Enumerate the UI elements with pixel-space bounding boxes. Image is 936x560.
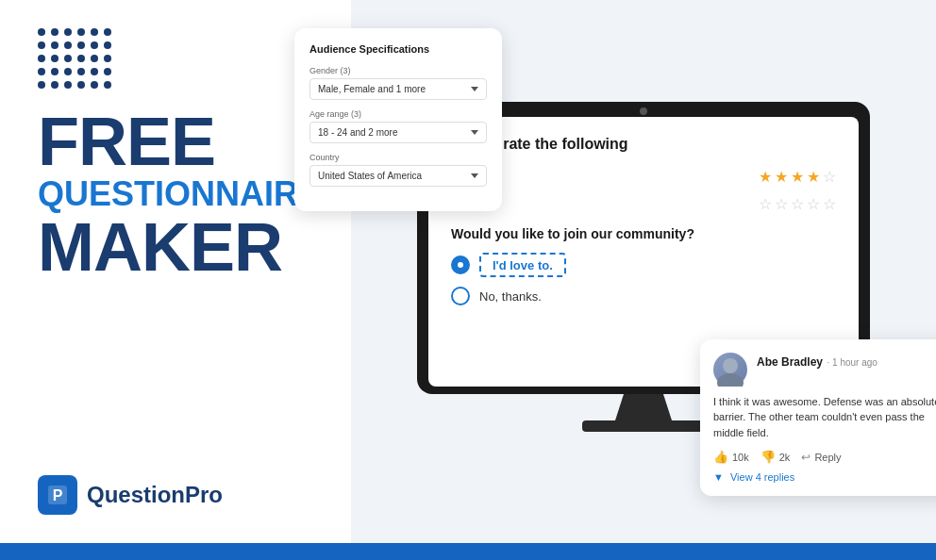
hero-text: FREE QUESTIONNAIRE MAKER: [38, 107, 321, 281]
logo-icon: P: [38, 475, 77, 515]
comment-meta: Abe Bradley · 1 hour ago: [757, 353, 936, 370]
monitor-camera: [640, 107, 647, 115]
comment-actions: 👍 10k 👎 2k ↩ Reply: [713, 450, 936, 464]
dislike-action[interactable]: 👎 2k: [760, 450, 791, 464]
view-replies-button[interactable]: ▼ View 4 replies: [713, 471, 936, 483]
option2-row: No, thanks.: [451, 287, 836, 305]
svg-point-3: [717, 373, 744, 387]
option1-row: I'd love to.: [451, 253, 836, 277]
reply-label: Reply: [814, 452, 841, 463]
gender-select[interactable]: Male, Female and 1 more: [309, 78, 487, 100]
thumbs-down-icon: 👎: [760, 450, 776, 464]
audience-title: Audience Specifications: [309, 43, 487, 55]
option1-label: I'd love to.: [493, 258, 553, 272]
reply-action[interactable]: ↩ Reply: [801, 451, 841, 464]
questionnaire-label: QUESTIONNAIRE: [38, 175, 321, 213]
thumbs-up-icon: 👍: [713, 450, 728, 464]
reply-icon: ↩: [801, 451, 811, 464]
dislike-count: 2k: [779, 452, 791, 463]
service-rating-row: Service ★ ★ ★ ★ ☆: [451, 168, 836, 186]
right-panel: Audience Specifications Gender (3) Male,…: [351, 0, 936, 543]
avatar: [713, 353, 747, 387]
commenter-name: Abe Bradley: [757, 355, 823, 369]
comment-time: · 1 hour ago: [827, 357, 877, 368]
country-label: Country: [309, 153, 487, 162]
chevron-down-icon: [471, 173, 478, 178]
chevron-down-icon: [471, 130, 478, 135]
arrow-down-icon: ▼: [713, 471, 724, 483]
logo-area: P QuestionPro: [38, 475, 321, 515]
free-label: FREE: [38, 107, 321, 175]
age-label: Age range (3): [309, 109, 487, 119]
country-select[interactable]: United States of America: [309, 165, 487, 187]
like-action[interactable]: 👍 10k: [713, 450, 749, 464]
svg-point-2: [723, 358, 738, 373]
quality-rating-row: Quality ☆ ☆ ☆ ☆ ☆: [451, 195, 836, 213]
gender-label: Gender (3): [309, 66, 487, 75]
chevron-down-icon: [471, 87, 478, 91]
maker-label: MAKER: [38, 213, 321, 281]
radio-empty-icon[interactable]: [451, 287, 470, 305]
comment-card: Abe Bradley · 1 hour ago I think it was …: [700, 339, 936, 497]
logo-name: QuestionPro: [87, 482, 223, 508]
quality-stars: ☆ ☆ ☆ ☆ ☆: [759, 195, 836, 213]
svg-text:P: P: [53, 487, 63, 503]
option1-selected: I'd love to.: [479, 253, 566, 277]
monitor-stand: [615, 394, 672, 420]
age-select[interactable]: 18 - 24 and 2 more: [309, 122, 487, 143]
radio-filled-icon[interactable]: [451, 255, 470, 274]
dot-grid: [38, 28, 321, 89]
option2-label: No, thanks.: [479, 289, 542, 304]
service-stars: ★ ★ ★ ★ ☆: [759, 168, 836, 186]
comment-text: I think it was awesome. Defense was an a…: [713, 394, 936, 441]
community-question: Would you like to join our community?: [451, 226, 836, 241]
comment-header: Abe Bradley · 1 hour ago: [713, 353, 936, 387]
audience-card: Audience Specifications Gender (3) Male,…: [294, 28, 502, 211]
survey-title: Please rate the following: [451, 136, 836, 153]
like-count: 10k: [732, 452, 749, 463]
bottom-bar: [0, 543, 936, 560]
monitor-base: [582, 420, 705, 432]
